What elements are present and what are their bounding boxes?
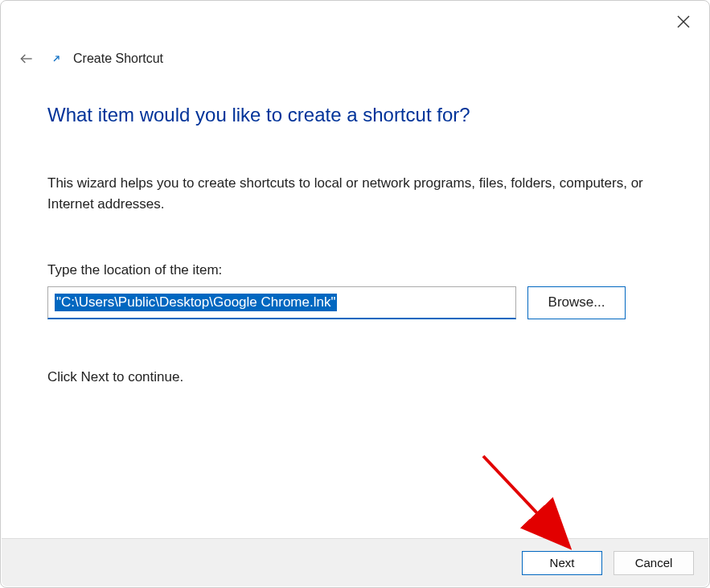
back-arrow-icon — [18, 51, 35, 67]
continue-hint-text: Click Next to continue. — [47, 369, 663, 385]
page-heading: What item would you like to create a sho… — [47, 104, 663, 126]
location-input-row: "C:\Users\Public\Desktop\Google Chrome.l… — [47, 286, 663, 319]
footer-bar: Next Cancel — [2, 538, 708, 586]
shortcut-arrow-icon — [49, 51, 64, 66]
close-icon — [677, 15, 690, 28]
close-button[interactable] — [672, 10, 695, 33]
browse-button[interactable]: Browse... — [527, 286, 626, 319]
back-button[interactable] — [15, 47, 38, 70]
header-row: Create Shortcut — [15, 47, 163, 70]
location-field-label: Type the location of the item: — [47, 262, 663, 278]
description-text: This wizard helps you to create shortcut… — [47, 173, 663, 216]
svg-line-4 — [483, 456, 565, 543]
location-input-value[interactable]: "C:\Users\Public\Desktop\Google Chrome.l… — [55, 294, 337, 311]
content-area: What item would you like to create a sho… — [47, 104, 663, 385]
create-shortcut-window: Create Shortcut What item would you like… — [0, 0, 710, 588]
window-title: Create Shortcut — [73, 51, 163, 66]
next-button[interactable]: Next — [522, 551, 602, 575]
location-input[interactable]: "C:\Users\Public\Desktop\Google Chrome.l… — [47, 286, 516, 319]
cancel-button[interactable]: Cancel — [614, 551, 694, 575]
